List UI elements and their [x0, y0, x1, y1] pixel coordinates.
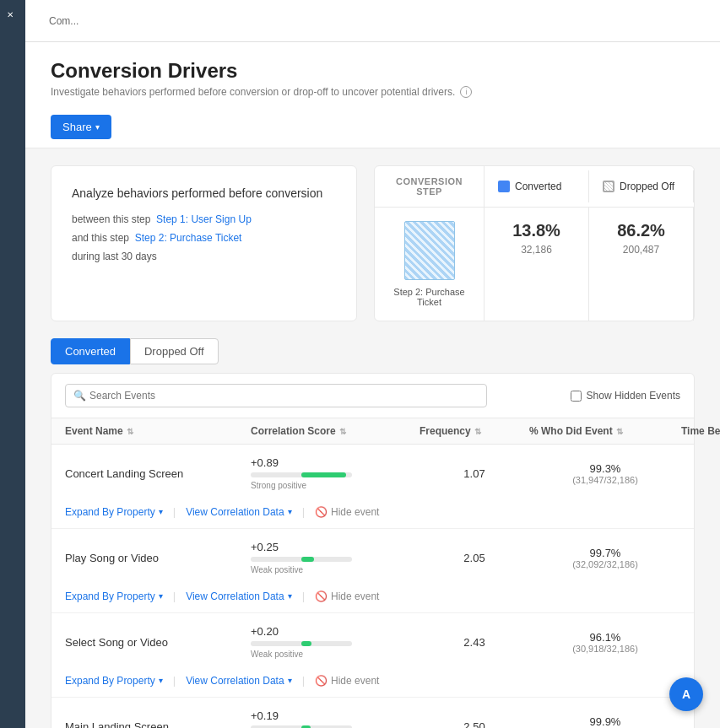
event-name-2: Select Song or Video [65, 636, 251, 649]
event-actions-1: Expand By Property ▾ | View Correlation … [51, 586, 694, 612]
correlation-cell-0: +0.89 Strong positive [251, 456, 420, 490]
action-sep-2-2: | [302, 674, 305, 687]
tabs-row: Converted Dropped Off [51, 338, 219, 364]
hide-icon-0: 🚫 [315, 506, 328, 518]
view-correlation-button-0[interactable]: View Correlation Data ▾ [186, 506, 292, 518]
expand-by-property-button-2[interactable]: Expand By Property ▾ [65, 675, 163, 687]
table-row: Main Landing Screen +0.19 Weak positive … [51, 698, 694, 728]
top-nav-bar: Com... [25, 0, 720, 42]
col-event-name: Event Name ⇅ [65, 425, 251, 437]
top-section: Analyze behaviors performed before conve… [51, 165, 695, 321]
corr-label-2: Weak positive [251, 650, 420, 659]
time-val-1: 7h 32m 18s [681, 552, 720, 564]
hide-icon-1: 🚫 [315, 590, 328, 602]
event-actions-0: Expand By Property ▾ | View Correlation … [51, 502, 694, 528]
dropped-legend: Dropped Off [589, 170, 694, 202]
sort-icon-correlation[interactable]: ⇅ [339, 427, 346, 436]
content-area: Analyze behaviors performed before conve… [25, 148, 720, 728]
chevron-down-icon: ▾ [159, 676, 163, 685]
action-sep-1-1: | [173, 590, 176, 602]
expand-by-property-button-0[interactable]: Expand By Property ▾ [65, 506, 163, 518]
who-pct-0: 99.3% [529, 462, 681, 475]
corr-bar-bg-0 [251, 472, 352, 477]
who-count-0: (31,947/32,186) [529, 475, 681, 485]
search-icon: 🔍 [73, 390, 86, 402]
conversion-card: CONVERSION STEP Converted Dropped Off [374, 165, 695, 321]
search-input[interactable] [65, 384, 487, 407]
who-cell-3: 99.9% (32,140/32,186) [529, 715, 681, 729]
analysis-title: Analyze behaviors performed before conve… [72, 186, 336, 200]
during-row: during last 30 days [72, 251, 336, 262]
sort-icon-event[interactable]: ⇅ [127, 427, 133, 436]
correlation-cell-3: +0.19 Weak positive [251, 709, 420, 728]
analysis-card: Analyze behaviors performed before conve… [51, 165, 357, 321]
freq-val-3: 2.50 [420, 720, 529, 729]
converted-percent: 13.8% [498, 221, 575, 240]
show-hidden-label[interactable]: Show Hidden Events [587, 390, 680, 402]
view-correlation-button-2[interactable]: View Correlation Data ▾ [186, 675, 292, 687]
search-row: 🔍 Show Hidden Events [51, 374, 694, 418]
who-pct-2: 96.1% [529, 631, 681, 644]
close-icon[interactable]: ✕ [0, 3, 25, 26]
chevron-down-icon: ▾ [288, 507, 292, 516]
who-cell-0: 99.3% (31,947/32,186) [529, 462, 681, 485]
dropped-legend-box [603, 181, 614, 192]
action-sep-1-0: | [173, 505, 176, 518]
dropped-stat: 86.2% 200,487 [589, 208, 694, 321]
who-count-2: (30,918/32,186) [529, 644, 681, 654]
expand-by-property-button-1[interactable]: Expand By Property ▾ [65, 590, 163, 602]
col-time-between: Time Between Steps ⇅ [681, 425, 720, 437]
time-val-2: 7h 40m 49s [681, 636, 720, 649]
funnel-bar [404, 221, 455, 280]
corr-score-3: +0.19 [251, 709, 420, 722]
event-actions-2: Expand By Property ▾ | View Correlation … [51, 671, 694, 697]
step2-link[interactable]: Step 2: Purchase Ticket [135, 232, 242, 244]
corr-bar-fill-2 [301, 641, 311, 646]
chevron-down-icon: ▾ [95, 122, 100, 132]
page-subtitle: Investigate behaviors performed before c… [51, 86, 695, 98]
page-title: Conversion Drivers [51, 59, 695, 83]
hide-event-button-1[interactable]: 🚫 Hide event [315, 590, 379, 602]
who-count-1: (32,092/32,186) [529, 559, 681, 569]
who-cell-2: 96.1% (30,918/32,186) [529, 631, 681, 654]
nav-item-com[interactable]: Com... [42, 15, 85, 27]
action-sep-2-0: | [302, 505, 305, 518]
converted-legend-box [498, 181, 510, 192]
sort-icon-frequency[interactable]: ⇅ [474, 427, 481, 436]
time-val-3: 7h 32m 24s [681, 720, 720, 729]
tab-dropped-off[interactable]: Dropped Off [130, 338, 219, 364]
view-correlation-button-1[interactable]: View Correlation Data ▾ [186, 590, 292, 602]
info-icon[interactable]: i [460, 86, 472, 98]
who-cell-1: 99.7% (32,092/32,186) [529, 547, 681, 569]
hide-event-button-2[interactable]: 🚫 Hide event [315, 675, 379, 687]
corr-bar-fill-0 [301, 472, 346, 477]
who-pct-3: 99.9% [529, 715, 681, 728]
show-hidden-checkbox[interactable] [571, 391, 582, 402]
event-main-3: Main Landing Screen +0.19 Weak positive … [51, 698, 694, 728]
col-who-did-event: % Who Did Event ⇅ [529, 425, 681, 437]
share-button[interactable]: Share ▾ [51, 115, 111, 139]
step1-link[interactable]: Step 1: User Sign Up [156, 213, 252, 225]
main-content: Com... Conversion Drivers Investigate be… [25, 0, 720, 728]
corr-bar-bg-2 [251, 641, 352, 646]
table-section: 🔍 Show Hidden Events Event Name ⇅ [51, 373, 695, 728]
freq-val-1: 2.05 [420, 552, 529, 564]
event-name-1: Play Song or Video [65, 552, 251, 564]
converted-stat: 13.8% 32,186 [485, 208, 589, 321]
corr-score-0: +0.89 [251, 456, 420, 469]
hide-icon-2: 🚫 [315, 675, 328, 687]
fab-button[interactable]: A [669, 677, 703, 711]
conversion-step-label: CONVERSION STEP [375, 166, 485, 207]
event-name-0: Concert Landing Screen [65, 467, 251, 480]
dropped-count: 200,487 [603, 244, 679, 256]
table-row: Select Song or Video +0.20 Weak positive… [51, 613, 694, 698]
col-correlation-score: Correlation Score ⇅ [251, 425, 420, 437]
sort-icon-who[interactable]: ⇅ [616, 427, 623, 436]
tab-converted[interactable]: Converted [51, 338, 130, 364]
sidebar: ✕ [0, 0, 25, 728]
chevron-down-icon: ▾ [159, 507, 163, 516]
freq-val-2: 2.43 [420, 636, 529, 649]
hide-event-button-0[interactable]: 🚫 Hide event [315, 506, 379, 518]
correlation-cell-1: +0.25 Weak positive [251, 541, 420, 574]
event-main-1: Play Song or Video +0.25 Weak positive 2… [51, 529, 694, 586]
